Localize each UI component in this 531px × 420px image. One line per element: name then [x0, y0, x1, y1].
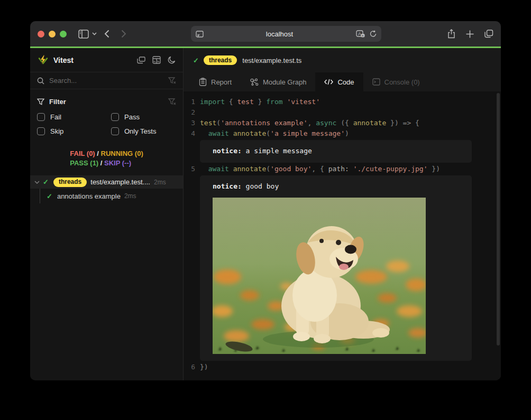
line-number: 1 — [184, 97, 195, 107]
puppy-photo — [213, 198, 426, 354]
code-text: import { test } from 'vitest' — [200, 97, 320, 107]
notice-label: notice: — [213, 147, 242, 155]
annotation-notice: notice: a simple message — [200, 140, 472, 163]
code-viewer: 1import { test } from 'vitest'23test('an… — [184, 91, 501, 380]
line-number: 5 — [184, 164, 195, 174]
search-input[interactable] — [49, 77, 168, 85]
vitest-logo-icon — [38, 54, 49, 66]
filter-section: Filter FailPassSkipOnly Tests — [30, 89, 183, 141]
windows-icon[interactable] — [137, 57, 145, 64]
code-text: await annotate('a simple message') — [200, 128, 349, 139]
filter-checkbox-pass[interactable]: Pass — [111, 113, 176, 121]
run-summary: FAIL (0) / RUNNING (0)PASS (1) / SKIP (-… — [70, 149, 143, 168]
filter-checkbox-only-tests[interactable]: Only Tests — [111, 127, 176, 135]
filter-icon — [37, 98, 44, 105]
checkbox-icon — [111, 113, 119, 121]
tab-console-0[interactable]: Console (0) — [363, 72, 429, 91]
forward-icon[interactable] — [121, 30, 126, 38]
code-line-3: 3test('annotations example', async ({ an… — [184, 118, 501, 128]
traffic-lights — [38, 31, 67, 38]
url-text: localhost — [204, 30, 356, 38]
test-tree: ✓ threads test/example.test.... 2ms ✓ an… — [30, 175, 183, 203]
test-file-name: test/example.test.... — [90, 178, 150, 186]
line-number: 6 — [184, 362, 195, 372]
test-case-duration: 2ms — [124, 192, 136, 200]
module-graph-icon — [250, 78, 259, 86]
sidebar-header: Vitest — [30, 48, 183, 72]
browser-toolbar: localhost A a — [30, 21, 501, 46]
code-line-6: 6}) — [184, 362, 501, 372]
tab-report[interactable]: Report — [190, 72, 241, 91]
code-line-4: 4 await annotate('a simple message') — [184, 128, 501, 139]
file-path: test/example.test.ts — [242, 57, 301, 64]
code-icon — [324, 79, 333, 85]
code-line-2: 2 — [184, 107, 501, 118]
new-tab-icon[interactable] — [466, 30, 474, 38]
pass-check-icon: ✓ — [193, 57, 199, 64]
filter-label: Filter — [49, 98, 168, 106]
reload-icon[interactable] — [370, 30, 377, 38]
summary-line: PASS (1) / SKIP (--) — [70, 158, 143, 168]
app-title: Vitest — [53, 56, 137, 64]
translate-icon[interactable]: A a — [356, 30, 365, 38]
notice-message: good boy — [242, 182, 279, 190]
tab-overview-icon[interactable] — [484, 30, 493, 38]
checkbox-label: Skip — [50, 127, 63, 135]
address-bar[interactable]: localhost A a — [191, 26, 381, 42]
code-line-5: 5 await annotate('good boy', { path: './… — [184, 164, 501, 174]
test-case-row[interactable]: ✓ annotations example 2ms — [40, 189, 183, 203]
pool-badge: threads — [53, 178, 87, 187]
checkbox-label: Pass — [124, 113, 140, 121]
console-icon — [372, 78, 380, 86]
checkbox-icon — [37, 113, 45, 121]
annotation-notice: notice: good boy — [200, 175, 472, 361]
zoom-button[interactable] — [60, 31, 67, 38]
test-file-row[interactable]: ✓ threads test/example.test.... 2ms — [30, 175, 183, 189]
code-line-1: 1import { test } from 'vitest' — [184, 97, 501, 107]
screen-backdrop: localhost A a — [0, 0, 531, 420]
test-case-name: annotations example — [57, 192, 121, 200]
summary-line: FAIL (0) / RUNNING (0) — [70, 149, 143, 158]
chevron-down-icon[interactable] — [92, 32, 97, 35]
line-number: 2 — [184, 107, 195, 118]
tab-label: Console (0) — [384, 78, 420, 86]
tab-label: Report — [211, 78, 232, 86]
svg-text:A: A — [358, 31, 361, 36]
file-header: ✓ threads test/example.test.ts — [184, 48, 501, 72]
browser-window: localhost A a — [30, 21, 501, 380]
filter-clear-icon[interactable] — [168, 98, 176, 105]
pool-badge: threads — [204, 55, 237, 65]
sidebar: Vitest — [30, 48, 184, 380]
tab-bar: ReportModule GraphCodeConsole (0) — [184, 72, 501, 91]
page-settings-icon[interactable] — [196, 31, 204, 38]
line-number: 3 — [184, 118, 195, 128]
code-text: await annotate('good boy', { path: './cu… — [200, 164, 440, 174]
sidebar-toggle-icon[interactable] — [78, 30, 89, 39]
checkbox-label: Fail — [50, 113, 61, 121]
filter-checkbox-fail[interactable]: Fail — [37, 113, 111, 121]
checkbox-icon — [111, 127, 119, 135]
share-icon[interactable] — [447, 29, 455, 39]
chevron-down-icon[interactable] — [34, 181, 40, 184]
back-icon[interactable] — [104, 30, 109, 38]
dashboard-icon[interactable] — [152, 56, 161, 64]
moon-icon[interactable] — [168, 56, 176, 64]
filter-clear-icon[interactable] — [168, 77, 176, 84]
tab-code[interactable]: Code — [315, 72, 363, 91]
pass-check-icon: ✓ — [43, 178, 49, 186]
line-number: 4 — [184, 128, 195, 139]
main-panel: ✓ threads test/example.test.ts ReportMod… — [184, 48, 501, 380]
notice-label: notice: — [213, 182, 242, 190]
report-icon — [199, 78, 207, 86]
notice-message: a simple message — [242, 147, 312, 155]
minimize-button[interactable] — [49, 31, 56, 38]
search-icon — [37, 77, 44, 85]
scrollbar-thumb[interactable] — [497, 93, 500, 346]
close-button[interactable] — [38, 31, 44, 38]
tab-module-graph[interactable]: Module Graph — [241, 72, 315, 91]
code-text: test('annotations example', async ({ ann… — [200, 118, 419, 128]
filter-checkbox-skip[interactable]: Skip — [37, 127, 111, 135]
code-text: }) — [200, 362, 208, 372]
filter-options: FailPassSkipOnly Tests — [37, 113, 176, 135]
checkbox-icon — [37, 127, 45, 135]
